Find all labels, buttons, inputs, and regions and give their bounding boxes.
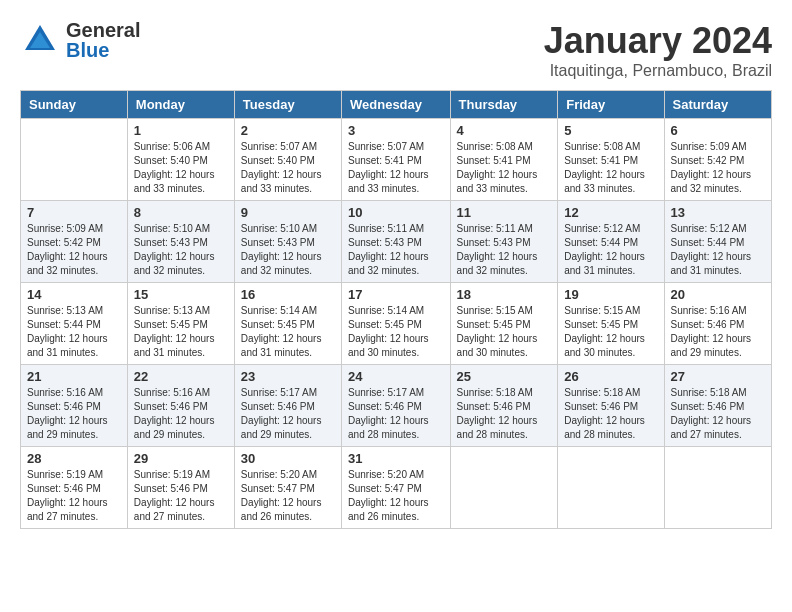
- calendar-cell: 14Sunrise: 5:13 AMSunset: 5:44 PMDayligh…: [21, 283, 128, 365]
- day-info: Sunrise: 5:17 AMSunset: 5:46 PMDaylight:…: [241, 386, 335, 442]
- day-number: 28: [27, 451, 121, 466]
- day-info: Sunrise: 5:13 AMSunset: 5:45 PMDaylight:…: [134, 304, 228, 360]
- calendar-cell: 20Sunrise: 5:16 AMSunset: 5:46 PMDayligh…: [664, 283, 771, 365]
- logo: General Blue: [20, 20, 140, 60]
- day-info: Sunrise: 5:07 AMSunset: 5:41 PMDaylight:…: [348, 140, 444, 196]
- calendar-cell: 7Sunrise: 5:09 AMSunset: 5:42 PMDaylight…: [21, 201, 128, 283]
- day-info: Sunrise: 5:11 AMSunset: 5:43 PMDaylight:…: [348, 222, 444, 278]
- calendar-cell: 19Sunrise: 5:15 AMSunset: 5:45 PMDayligh…: [558, 283, 664, 365]
- day-number: 22: [134, 369, 228, 384]
- day-number: 17: [348, 287, 444, 302]
- day-info: Sunrise: 5:09 AMSunset: 5:42 PMDaylight:…: [671, 140, 765, 196]
- day-number: 10: [348, 205, 444, 220]
- day-number: 5: [564, 123, 657, 138]
- calendar-cell: 12Sunrise: 5:12 AMSunset: 5:44 PMDayligh…: [558, 201, 664, 283]
- calendar-week-row: 14Sunrise: 5:13 AMSunset: 5:44 PMDayligh…: [21, 283, 772, 365]
- day-number: 30: [241, 451, 335, 466]
- day-number: 27: [671, 369, 765, 384]
- day-info: Sunrise: 5:14 AMSunset: 5:45 PMDaylight:…: [348, 304, 444, 360]
- day-info: Sunrise: 5:06 AMSunset: 5:40 PMDaylight:…: [134, 140, 228, 196]
- calendar-week-row: 7Sunrise: 5:09 AMSunset: 5:42 PMDaylight…: [21, 201, 772, 283]
- calendar-table: SundayMondayTuesdayWednesdayThursdayFrid…: [20, 90, 772, 529]
- day-number: 14: [27, 287, 121, 302]
- calendar-body: 1Sunrise: 5:06 AMSunset: 5:40 PMDaylight…: [21, 119, 772, 529]
- calendar-cell: 30Sunrise: 5:20 AMSunset: 5:47 PMDayligh…: [234, 447, 341, 529]
- day-number: 31: [348, 451, 444, 466]
- calendar-cell: 17Sunrise: 5:14 AMSunset: 5:45 PMDayligh…: [342, 283, 451, 365]
- calendar-header-tuesday: Tuesday: [234, 91, 341, 119]
- calendar-cell: 10Sunrise: 5:11 AMSunset: 5:43 PMDayligh…: [342, 201, 451, 283]
- logo-icon: [20, 20, 60, 60]
- calendar-cell: [558, 447, 664, 529]
- calendar-cell: 18Sunrise: 5:15 AMSunset: 5:45 PMDayligh…: [450, 283, 558, 365]
- day-number: 15: [134, 287, 228, 302]
- day-info: Sunrise: 5:10 AMSunset: 5:43 PMDaylight:…: [134, 222, 228, 278]
- day-info: Sunrise: 5:10 AMSunset: 5:43 PMDaylight:…: [241, 222, 335, 278]
- calendar-cell: 4Sunrise: 5:08 AMSunset: 5:41 PMDaylight…: [450, 119, 558, 201]
- title-section: January 2024 Itaquitinga, Pernambuco, Br…: [544, 20, 772, 80]
- day-info: Sunrise: 5:16 AMSunset: 5:46 PMDaylight:…: [671, 304, 765, 360]
- calendar-header-row: SundayMondayTuesdayWednesdayThursdayFrid…: [21, 91, 772, 119]
- calendar-cell: 16Sunrise: 5:14 AMSunset: 5:45 PMDayligh…: [234, 283, 341, 365]
- day-number: 9: [241, 205, 335, 220]
- location: Itaquitinga, Pernambuco, Brazil: [544, 62, 772, 80]
- day-info: Sunrise: 5:18 AMSunset: 5:46 PMDaylight:…: [457, 386, 552, 442]
- calendar-cell: 6Sunrise: 5:09 AMSunset: 5:42 PMDaylight…: [664, 119, 771, 201]
- calendar-header-saturday: Saturday: [664, 91, 771, 119]
- day-info: Sunrise: 5:11 AMSunset: 5:43 PMDaylight:…: [457, 222, 552, 278]
- day-info: Sunrise: 5:08 AMSunset: 5:41 PMDaylight:…: [564, 140, 657, 196]
- day-number: 29: [134, 451, 228, 466]
- day-info: Sunrise: 5:18 AMSunset: 5:46 PMDaylight:…: [671, 386, 765, 442]
- day-number: 18: [457, 287, 552, 302]
- day-number: 23: [241, 369, 335, 384]
- day-info: Sunrise: 5:09 AMSunset: 5:42 PMDaylight:…: [27, 222, 121, 278]
- day-info: Sunrise: 5:19 AMSunset: 5:46 PMDaylight:…: [27, 468, 121, 524]
- calendar-header-thursday: Thursday: [450, 91, 558, 119]
- logo-blue: Blue: [66, 40, 140, 60]
- day-info: Sunrise: 5:07 AMSunset: 5:40 PMDaylight:…: [241, 140, 335, 196]
- day-number: 1: [134, 123, 228, 138]
- day-number: 24: [348, 369, 444, 384]
- calendar-cell: [664, 447, 771, 529]
- day-info: Sunrise: 5:12 AMSunset: 5:44 PMDaylight:…: [564, 222, 657, 278]
- day-info: Sunrise: 5:15 AMSunset: 5:45 PMDaylight:…: [457, 304, 552, 360]
- day-info: Sunrise: 5:17 AMSunset: 5:46 PMDaylight:…: [348, 386, 444, 442]
- calendar-cell: [21, 119, 128, 201]
- day-number: 16: [241, 287, 335, 302]
- calendar-cell: 23Sunrise: 5:17 AMSunset: 5:46 PMDayligh…: [234, 365, 341, 447]
- calendar-cell: 2Sunrise: 5:07 AMSunset: 5:40 PMDaylight…: [234, 119, 341, 201]
- day-number: 6: [671, 123, 765, 138]
- calendar-header-sunday: Sunday: [21, 91, 128, 119]
- page-header: General Blue January 2024 Itaquitinga, P…: [20, 20, 772, 80]
- day-number: 20: [671, 287, 765, 302]
- calendar-cell: [450, 447, 558, 529]
- day-number: 7: [27, 205, 121, 220]
- day-info: Sunrise: 5:14 AMSunset: 5:45 PMDaylight:…: [241, 304, 335, 360]
- day-info: Sunrise: 5:13 AMSunset: 5:44 PMDaylight:…: [27, 304, 121, 360]
- calendar-header-wednesday: Wednesday: [342, 91, 451, 119]
- day-number: 19: [564, 287, 657, 302]
- calendar-cell: 1Sunrise: 5:06 AMSunset: 5:40 PMDaylight…: [127, 119, 234, 201]
- calendar-cell: 21Sunrise: 5:16 AMSunset: 5:46 PMDayligh…: [21, 365, 128, 447]
- calendar-cell: 3Sunrise: 5:07 AMSunset: 5:41 PMDaylight…: [342, 119, 451, 201]
- day-info: Sunrise: 5:16 AMSunset: 5:46 PMDaylight:…: [134, 386, 228, 442]
- day-info: Sunrise: 5:16 AMSunset: 5:46 PMDaylight:…: [27, 386, 121, 442]
- month-title: January 2024: [544, 20, 772, 62]
- calendar-week-row: 1Sunrise: 5:06 AMSunset: 5:40 PMDaylight…: [21, 119, 772, 201]
- calendar-cell: 24Sunrise: 5:17 AMSunset: 5:46 PMDayligh…: [342, 365, 451, 447]
- calendar-cell: 15Sunrise: 5:13 AMSunset: 5:45 PMDayligh…: [127, 283, 234, 365]
- calendar-cell: 26Sunrise: 5:18 AMSunset: 5:46 PMDayligh…: [558, 365, 664, 447]
- day-info: Sunrise: 5:18 AMSunset: 5:46 PMDaylight:…: [564, 386, 657, 442]
- day-number: 13: [671, 205, 765, 220]
- day-number: 8: [134, 205, 228, 220]
- day-info: Sunrise: 5:15 AMSunset: 5:45 PMDaylight:…: [564, 304, 657, 360]
- calendar-cell: 27Sunrise: 5:18 AMSunset: 5:46 PMDayligh…: [664, 365, 771, 447]
- day-info: Sunrise: 5:19 AMSunset: 5:46 PMDaylight:…: [134, 468, 228, 524]
- day-info: Sunrise: 5:12 AMSunset: 5:44 PMDaylight:…: [671, 222, 765, 278]
- calendar-cell: 31Sunrise: 5:20 AMSunset: 5:47 PMDayligh…: [342, 447, 451, 529]
- calendar-cell: 29Sunrise: 5:19 AMSunset: 5:46 PMDayligh…: [127, 447, 234, 529]
- day-info: Sunrise: 5:20 AMSunset: 5:47 PMDaylight:…: [348, 468, 444, 524]
- day-number: 3: [348, 123, 444, 138]
- day-number: 12: [564, 205, 657, 220]
- day-number: 11: [457, 205, 552, 220]
